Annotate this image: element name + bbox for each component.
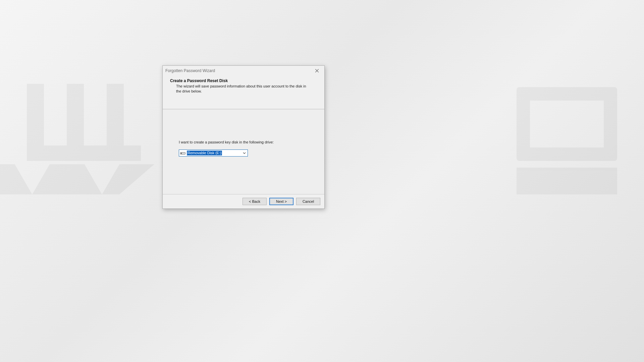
next-button[interactable]: Next >: [269, 198, 293, 205]
close-icon: [315, 69, 319, 72]
titlebar[interactable]: Forgotten Password Wizard: [163, 66, 324, 76]
wizard-dialog: Forgotten Password Wizard Create a Passw…: [162, 65, 325, 209]
back-button[interactable]: < Back: [243, 198, 267, 205]
cancel-button-label: Cancel: [303, 199, 314, 203]
wizard-step-subtitle: The wizard will save password informatio…: [176, 84, 310, 94]
back-button-label: < Back: [249, 199, 260, 203]
svg-rect-3: [181, 153, 182, 154]
next-button-label: Next >: [276, 199, 287, 203]
removable-disk-icon: [180, 152, 185, 155]
window-title: Forgotten Password Wizard: [165, 68, 215, 73]
drive-select[interactable]: Removable Disk (E:): [179, 149, 248, 157]
chevron-down-icon: [243, 151, 246, 155]
drive-prompt-label: I want to create a password key disk in …: [179, 140, 312, 144]
wizard-footer: < Back Next > Cancel: [163, 194, 324, 208]
cancel-button[interactable]: Cancel: [296, 198, 320, 205]
drive-selected-value: Removable Disk (E:): [187, 150, 222, 156]
wizard-step-title: Create a Password Reset Disk: [170, 78, 318, 83]
close-button[interactable]: [309, 66, 324, 76]
wizard-header: Create a Password Reset Disk The wizard …: [163, 76, 324, 109]
wizard-body: I want to create a password key disk in …: [163, 109, 324, 194]
